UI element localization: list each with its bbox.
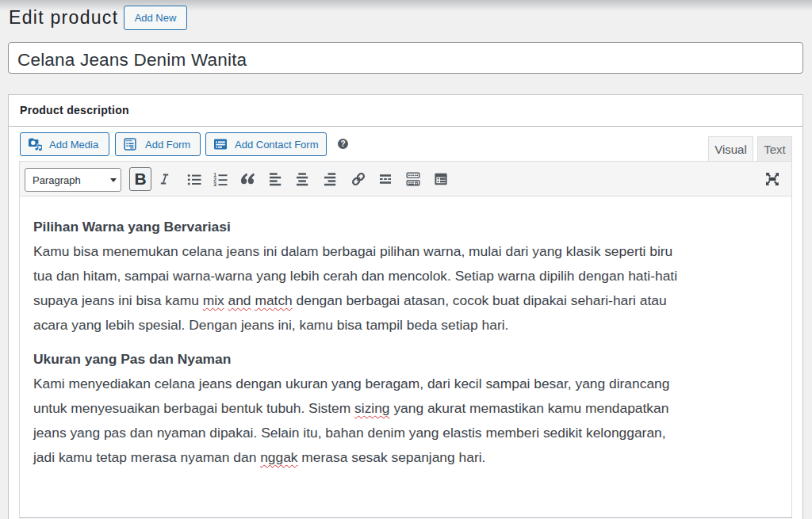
svg-text:3: 3 [213, 181, 216, 187]
